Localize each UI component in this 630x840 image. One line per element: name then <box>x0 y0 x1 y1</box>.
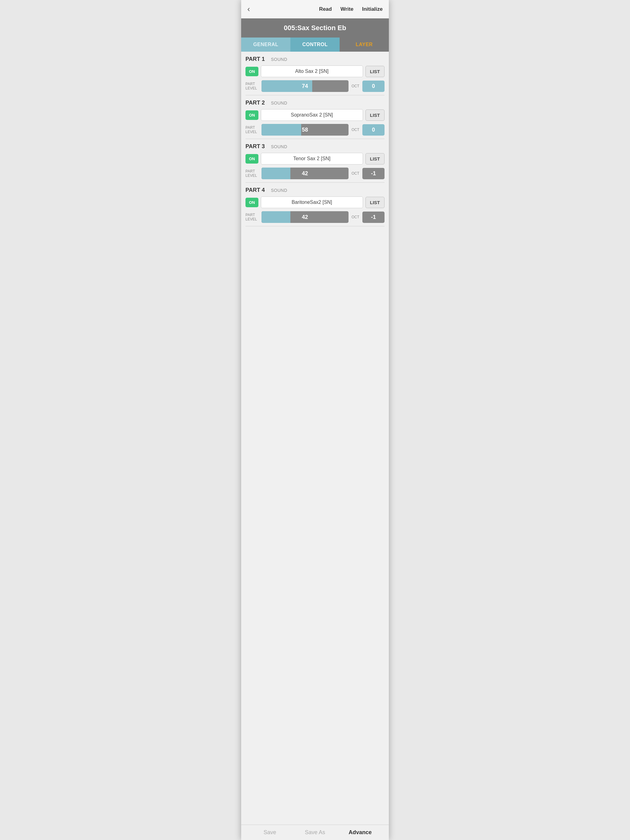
part-4-level-value: 42 <box>261 214 348 221</box>
part-1-sound-label: SOUND <box>271 57 287 62</box>
part-1-oct-value[interactable]: 0 <box>362 81 385 92</box>
part-4-header: PART 4 SOUND <box>245 187 385 193</box>
part-3-sound-name[interactable]: Tenor Sax 2 [SN] <box>261 153 363 164</box>
part-3-title: PART 3 <box>245 143 265 150</box>
part-4-list-button[interactable]: LIST <box>366 197 385 208</box>
part-1-header: PART 1 SOUND <box>245 56 385 62</box>
part-4-sound-row: ON BaritoneSax2 [SN] LIST <box>245 196 385 208</box>
part-2-level-value: 58 <box>261 127 348 133</box>
part-4-oct-value[interactable]: -1 <box>362 212 385 223</box>
part-2-section: PART 2 SOUND ON SopranoSax 2 [SN] LIST P… <box>245 95 385 139</box>
part-4-sound-name[interactable]: BaritoneSax2 [SN] <box>261 196 363 208</box>
part-3-oct-value[interactable]: -1 <box>362 168 385 179</box>
bottom-bar: Save Save As Advance <box>241 825 389 840</box>
part-4-title: PART 4 <box>245 187 265 193</box>
part-2-header: PART 2 SOUND <box>245 99 385 106</box>
back-button[interactable]: ‹ <box>247 4 250 14</box>
top-nav: ‹ Read Write Initialize <box>241 0 389 19</box>
header: 005:Sax Section Eb <box>241 19 389 38</box>
part-1-level-bar[interactable]: 74 <box>261 80 348 92</box>
header-title: 005:Sax Section Eb <box>284 24 347 32</box>
advance-button[interactable]: Advance <box>337 829 383 836</box>
part-3-level-row: PARTLEVEL 42 OCT -1 <box>245 167 385 179</box>
part-4-oct-label: OCT <box>351 215 359 219</box>
part-2-sound-name[interactable]: SopranoSax 2 [SN] <box>261 109 363 121</box>
part-1-title: PART 1 <box>245 56 265 62</box>
part-1-level-label: PARTLEVEL <box>245 82 258 91</box>
part-1-section: PART 1 SOUND ON Alto Sax 2 [SN] LIST PAR… <box>245 52 385 95</box>
tab-control[interactable]: CONTROL <box>290 38 340 52</box>
part-3-list-button[interactable]: LIST <box>366 153 385 164</box>
part-3-sound-row: ON Tenor Sax 2 [SN] LIST <box>245 153 385 164</box>
part-4-level-bar[interactable]: 42 <box>261 211 348 223</box>
part-4-level-label: PARTLEVEL <box>245 213 258 222</box>
part-2-level-label: PARTLEVEL <box>245 125 258 134</box>
part-3-header: PART 3 SOUND <box>245 143 385 150</box>
part-3-sound-label: SOUND <box>271 144 287 149</box>
part-4-sound-label: SOUND <box>271 188 287 193</box>
part-2-oct-value[interactable]: 0 <box>362 124 385 136</box>
part-2-on-button[interactable]: ON <box>245 111 258 120</box>
part-1-level-value: 74 <box>261 83 348 90</box>
part-2-sound-row: ON SopranoSax 2 [SN] LIST <box>245 109 385 121</box>
tab-layer[interactable]: LAYER <box>340 38 389 52</box>
part-3-level-bar[interactable]: 42 <box>261 167 348 179</box>
part-2-level-row: PARTLEVEL 58 OCT 0 <box>245 124 385 136</box>
part-1-level-row: PARTLEVEL 74 OCT 0 <box>245 80 385 92</box>
tab-general[interactable]: GENERAL <box>241 38 290 52</box>
part-4-level-row: PARTLEVEL 42 OCT -1 <box>245 211 385 223</box>
part-2-title: PART 2 <box>245 99 265 106</box>
part-3-section: PART 3 SOUND ON Tenor Sax 2 [SN] LIST PA… <box>245 139 385 183</box>
content: PART 1 SOUND ON Alto Sax 2 [SN] LIST PAR… <box>241 52 389 825</box>
part-4-section: PART 4 SOUND ON BaritoneSax2 [SN] LIST P… <box>245 183 385 226</box>
nav-write[interactable]: Write <box>340 6 353 12</box>
part-1-sound-name[interactable]: Alto Sax 2 [SN] <box>261 65 363 77</box>
nav-initialize[interactable]: Initialize <box>362 6 383 12</box>
part-3-level-value: 42 <box>261 171 348 177</box>
part-1-oct-label: OCT <box>351 84 359 88</box>
part-3-on-button[interactable]: ON <box>245 154 258 164</box>
nav-links: Read Write Initialize <box>319 6 383 12</box>
part-2-level-bar[interactable]: 58 <box>261 124 348 136</box>
part-4-on-button[interactable]: ON <box>245 198 258 207</box>
part-2-list-button[interactable]: LIST <box>366 109 385 121</box>
save-button[interactable]: Save <box>247 829 293 836</box>
part-1-sound-row: ON Alto Sax 2 [SN] LIST <box>245 65 385 77</box>
part-1-on-button[interactable]: ON <box>245 67 258 76</box>
nav-read[interactable]: Read <box>319 6 332 12</box>
part-3-oct-label: OCT <box>351 171 359 175</box>
part-3-level-label: PARTLEVEL <box>245 169 258 178</box>
part-1-list-button[interactable]: LIST <box>366 66 385 77</box>
save-as-button[interactable]: Save As <box>293 829 338 836</box>
part-2-oct-label: OCT <box>351 128 359 132</box>
tabs: GENERAL CONTROL LAYER <box>241 38 389 52</box>
part-2-sound-label: SOUND <box>271 101 287 106</box>
app-container: ‹ Read Write Initialize 005:Sax Section … <box>241 0 389 840</box>
